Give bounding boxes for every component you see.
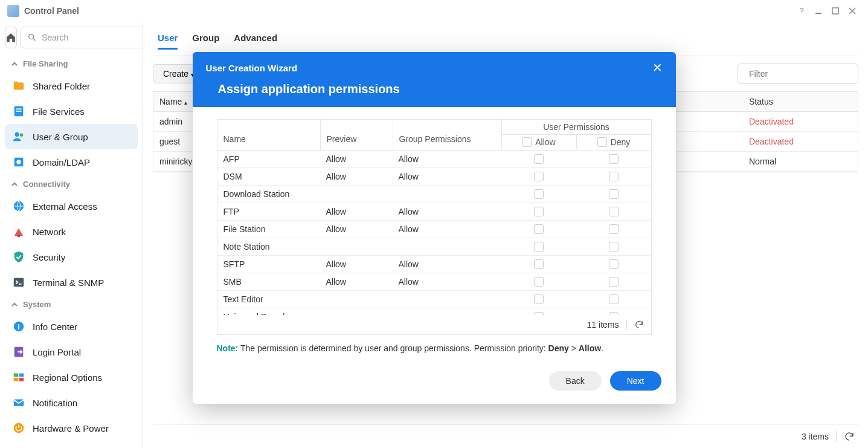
perm-name: AFP — [217, 151, 320, 167]
perm-row[interactable]: Text Editor — [217, 291, 651, 308]
sidebar-item-hardware-power[interactable]: Hardware & Power — [5, 415, 138, 441]
sidebar-item-terminal-snmp[interactable]: Terminal & SNMP — [5, 270, 138, 295]
perm-row[interactable]: Download Station — [217, 186, 651, 203]
allow-all-checkbox[interactable] — [522, 137, 532, 147]
allow-checkbox[interactable] — [534, 277, 544, 287]
sidebar-item-domain-ldap[interactable]: Domain/LDAP — [5, 149, 138, 175]
sidebar-item-info-center[interactable]: iInfo Center — [5, 314, 138, 339]
deny-checkbox[interactable] — [609, 172, 619, 181]
allow-checkbox[interactable] — [534, 172, 544, 181]
sidebar-item-label: Network — [33, 227, 66, 237]
section-header-connectivity[interactable]: Connectivity — [5, 175, 138, 193]
tab-user[interactable]: User — [158, 33, 178, 50]
permissions-body[interactable]: AFPAllowAllowDSMAllowAllowDownload Stati… — [217, 151, 651, 315]
perm-row[interactable]: DSMAllowAllow — [217, 168, 651, 186]
sidebar-item-security[interactable]: Security — [5, 244, 138, 270]
filter-box[interactable] — [738, 63, 858, 84]
security-icon — [12, 250, 25, 264]
perm-row[interactable]: File StationAllowAllow — [217, 221, 651, 238]
section-header-system[interactable]: System — [5, 295, 138, 314]
sidebar-item-login-portal[interactable]: Login Portal — [5, 339, 138, 365]
allow-checkbox[interactable] — [534, 259, 544, 269]
deny-checkbox[interactable] — [609, 312, 619, 315]
allow-checkbox[interactable] — [534, 294, 544, 304]
deny-checkbox[interactable] — [609, 277, 619, 287]
allow-checkbox[interactable] — [534, 224, 544, 234]
allow-checkbox[interactable] — [534, 189, 544, 199]
svg-line-6 — [33, 39, 35, 41]
perm-header-deny[interactable]: Deny — [577, 135, 651, 149]
perm-row[interactable]: FTPAllowAllow — [217, 203, 651, 221]
modal-close-button[interactable]: ✕ — [652, 60, 663, 75]
maximize-button[interactable] — [827, 2, 844, 19]
tab-advanced[interactable]: Advanced — [234, 33, 277, 50]
permissions-table: Name Preview Group Permissions User Perm… — [217, 119, 652, 335]
perm-row[interactable]: Note Station — [217, 238, 651, 256]
sidebar-item-label: User & Group — [33, 132, 88, 142]
sidebar-item-regional-options[interactable]: Regional Options — [5, 365, 138, 390]
perm-refresh-button[interactable] — [634, 320, 644, 330]
help-button[interactable]: ? — [793, 2, 810, 19]
perm-group: Allow — [393, 151, 501, 167]
perm-name: Text Editor — [217, 291, 320, 308]
perm-name: FTP — [217, 203, 320, 220]
sidebar-item-label: Security — [33, 252, 65, 262]
allow-checkbox[interactable] — [534, 154, 544, 164]
deny-checkbox[interactable] — [609, 154, 619, 164]
perm-group: Allow — [393, 168, 501, 185]
deny-checkbox[interactable] — [609, 242, 619, 252]
sidebar: File SharingShared FolderFile ServicesUs… — [0, 22, 143, 448]
deny-checkbox[interactable] — [609, 259, 619, 269]
col-header-status[interactable]: Status — [743, 92, 858, 111]
refresh-button[interactable] — [844, 431, 855, 442]
sidebar-item-notification[interactable]: Notification — [5, 390, 138, 415]
sidebar-item-label: Info Center — [33, 322, 77, 332]
tab-group[interactable]: Group — [192, 33, 219, 50]
perm-header-allow[interactable]: Allow — [502, 135, 577, 149]
deny-checkbox[interactable] — [609, 207, 619, 216]
filter-input[interactable] — [749, 69, 855, 79]
perm-preview — [320, 296, 393, 303]
app-icon — [7, 5, 19, 17]
perm-header-name[interactable]: Name — [217, 120, 320, 150]
sidebar-item-user-group[interactable]: User & Group — [5, 124, 138, 149]
search-input[interactable] — [42, 33, 143, 42]
search-box[interactable] — [21, 27, 143, 48]
cell-status: Normal — [743, 152, 858, 171]
deny-checkbox[interactable] — [609, 294, 619, 304]
perm-row[interactable]: SMBAllowAllow — [217, 273, 651, 291]
svg-rect-16 — [18, 235, 20, 238]
sidebar-item-file-services[interactable]: File Services — [5, 99, 138, 124]
sidebar-item-shared-folder[interactable]: Shared Folder — [5, 73, 138, 99]
perm-row[interactable]: Universal Search — [217, 308, 651, 315]
svg-rect-2 — [832, 8, 838, 14]
home-button[interactable] — [5, 27, 17, 48]
deny-checkbox[interactable] — [609, 189, 619, 199]
back-button[interactable]: Back — [549, 371, 602, 391]
close-button[interactable] — [844, 2, 861, 19]
perm-row[interactable]: SFTPAllowAllow — [217, 256, 651, 273]
svg-point-5 — [29, 34, 34, 39]
sidebar-item-external-access[interactable]: External Access — [5, 193, 138, 219]
perm-row[interactable]: AFPAllowAllow — [217, 151, 651, 168]
perm-header-group[interactable]: Group Permissions — [393, 120, 501, 150]
next-button[interactable]: Next — [610, 371, 661, 391]
allow-checkbox[interactable] — [534, 242, 544, 252]
allow-checkbox[interactable] — [534, 207, 544, 216]
perm-count: 11 items — [587, 320, 619, 330]
minimize-button[interactable] — [810, 2, 827, 19]
modal-subtitle: Assign application permissions — [206, 82, 663, 96]
perm-group: Allow — [393, 221, 501, 238]
svg-text:i: i — [18, 322, 20, 331]
deny-checkbox[interactable] — [609, 224, 619, 234]
perm-group — [393, 190, 501, 198]
perm-preview: Allow — [320, 221, 393, 238]
sidebar-item-label: Login Portal — [33, 347, 81, 357]
perm-header-preview[interactable]: Preview — [320, 120, 393, 150]
section-header-file-sharing[interactable]: File Sharing — [5, 54, 138, 73]
deny-all-checkbox[interactable] — [597, 137, 607, 147]
domain-ldap-icon — [12, 155, 25, 169]
allow-checkbox[interactable] — [534, 312, 544, 315]
sidebar-item-network[interactable]: Network — [5, 219, 138, 244]
terminal-snmp-icon — [12, 276, 25, 289]
